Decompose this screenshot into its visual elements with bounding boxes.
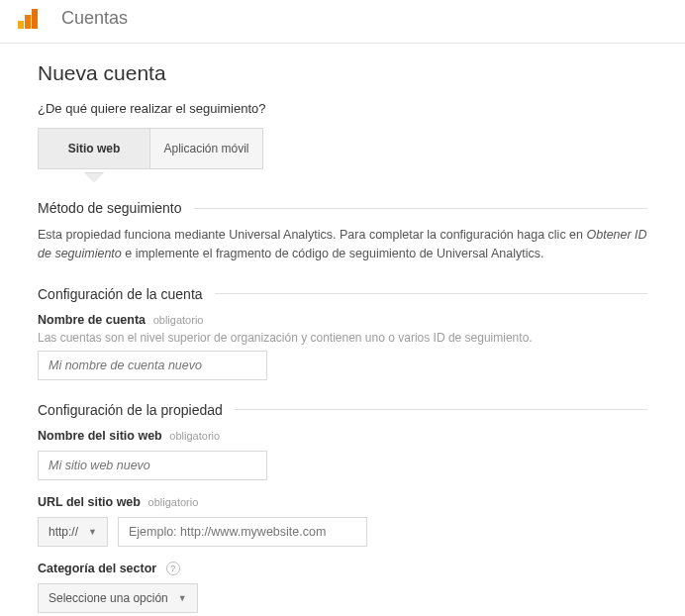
category-value: Seleccione una opción — [49, 591, 168, 605]
category-label: Categoría del sector — [38, 562, 156, 575]
section-account-config: Configuración de la cuenta — [38, 286, 647, 302]
tab-website-label: Sitio web — [68, 142, 121, 155]
section-heading: Configuración de la cuenta — [38, 286, 215, 302]
topbar-title: Cuentas — [61, 8, 128, 29]
site-url-input[interactable] — [118, 517, 367, 547]
url-scheme-select[interactable]: http:// ▼ — [38, 517, 108, 547]
tab-mobile-label: Aplicación móvil — [163, 142, 248, 155]
tracking-question: ¿De qué quiere realizar el seguimiento? — [38, 101, 647, 116]
site-name-label: Nombre del sitio web — [38, 429, 162, 443]
field-industry-category: Categoría del sector ? Seleccione una op… — [38, 561, 647, 614]
section-heading: Configuración de la propiedad — [38, 402, 235, 418]
field-account-name: Nombre de cuenta obligatorio Las cuentas… — [38, 312, 647, 380]
section-property-config: Configuración de la propiedad — [38, 402, 647, 418]
page-title: Nueva cuenta — [38, 61, 647, 85]
account-name-hint: Las cuentas son el nivel superior de org… — [38, 331, 647, 345]
account-name-label: Nombre de cuenta — [38, 313, 146, 327]
category-select[interactable]: Seleccione una opción ▼ — [38, 583, 198, 613]
site-url-label: URL del sitio web — [38, 495, 141, 509]
content: Nueva cuenta ¿De qué quiere realizar el … — [0, 44, 685, 616]
tab-active-pointer-icon — [85, 173, 103, 182]
required-tag: obligatorio — [169, 430, 220, 442]
account-name-input[interactable] — [38, 351, 267, 380]
desc-prefix: Esta propiedad funciona mediante Univers… — [38, 228, 586, 242]
tab-mobile-app[interactable]: Aplicación móvil — [150, 128, 263, 169]
url-scheme-value: http:// — [49, 525, 78, 539]
section-heading: Método de seguimiento — [38, 200, 194, 216]
section-tracking-method: Método de seguimiento — [38, 200, 647, 216]
tracking-type-tabs: Sitio web Aplicación móvil — [38, 128, 647, 169]
required-tag: obligatorio — [153, 314, 204, 326]
chevron-down-icon: ▼ — [178, 593, 187, 603]
chevron-down-icon: ▼ — [88, 527, 97, 537]
field-site-url: URL del sitio web obligatorio http:// ▼ — [38, 494, 647, 547]
desc-suffix: e implemente el fragmento de código de s… — [122, 247, 544, 260]
required-tag: obligatorio — [148, 496, 199, 508]
field-site-name: Nombre del sitio web obligatorio — [38, 428, 647, 480]
analytics-logo-icon — [18, 9, 38, 29]
site-name-input[interactable] — [38, 451, 267, 480]
tab-website[interactable]: Sitio web — [38, 128, 150, 169]
topbar: Cuentas — [0, 0, 685, 44]
help-icon[interactable]: ? — [166, 562, 180, 575]
tracking-method-description: Esta propiedad funciona mediante Univers… — [38, 226, 647, 264]
